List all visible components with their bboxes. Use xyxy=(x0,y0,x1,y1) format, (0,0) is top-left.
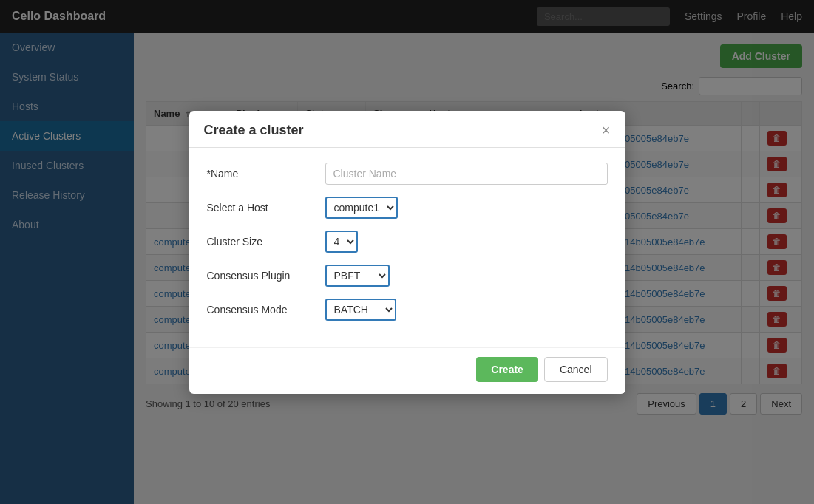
size-select[interactable]: 2 4 6 8 xyxy=(325,231,358,253)
modal-footer: Create Cancel xyxy=(189,347,625,394)
plugin-row: Consensus Plugin PBFT NOOPS SIEVE xyxy=(207,265,608,287)
plugin-label: Consensus Plugin xyxy=(207,270,325,282)
mode-row: Consensus Mode BATCH NORMAL xyxy=(207,299,608,321)
modal-title: Create a cluster xyxy=(204,123,304,138)
name-label: *Name xyxy=(207,168,325,180)
modal-close-button[interactable]: × xyxy=(602,123,611,137)
create-cluster-modal: Create a cluster × *Name Select a Host c… xyxy=(189,111,625,394)
modal-overlay: Create a cluster × *Name Select a Host c… xyxy=(0,0,814,504)
mode-select[interactable]: BATCH NORMAL xyxy=(325,299,396,321)
create-button[interactable]: Create xyxy=(476,357,538,382)
modal-header: Create a cluster × xyxy=(189,111,625,148)
size-row: Cluster Size 2 4 6 8 xyxy=(207,231,608,253)
name-input[interactable] xyxy=(325,163,608,185)
host-label: Select a Host xyxy=(207,202,325,214)
plugin-select[interactable]: PBFT NOOPS SIEVE xyxy=(325,265,390,287)
modal-body: *Name Select a Host compute1 compute2 co… xyxy=(189,148,625,347)
cancel-button[interactable]: Cancel xyxy=(544,357,608,382)
host-row: Select a Host compute1 compute2 compute3 xyxy=(207,197,608,219)
size-label: Cluster Size xyxy=(207,236,325,248)
mode-label: Consensus Mode xyxy=(207,304,325,316)
host-select[interactable]: compute1 compute2 compute3 xyxy=(325,197,398,219)
name-row: *Name xyxy=(207,163,608,185)
